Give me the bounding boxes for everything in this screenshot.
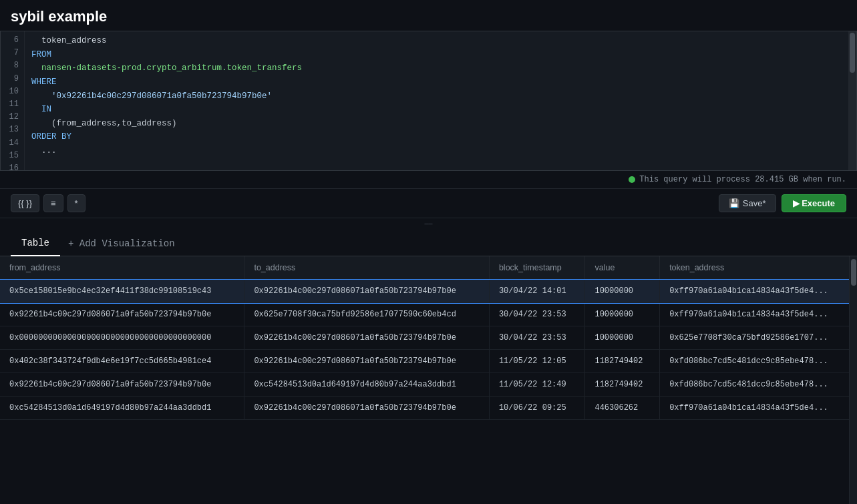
cell-to_address: 0xc54284513d0a1d649197d4d80b97a244aa3ddb… bbox=[244, 373, 489, 397]
code-line: FROM bbox=[31, 48, 850, 62]
table-vertical-scrollbar[interactable] bbox=[849, 256, 857, 504]
cell-value: 10000000 bbox=[585, 280, 660, 303]
line-number: 10 bbox=[6, 85, 19, 98]
code-line: '0x92261b4c00c297d086071a0fa50b723794b97… bbox=[31, 89, 850, 103]
table-row[interactable]: 0xc54284513d0a1d649197d4d80b97a244aa3ddb… bbox=[0, 397, 857, 420]
table-row[interactable]: 0x92261b4c00c297d086071a0fa50b723794b97b… bbox=[0, 373, 857, 397]
line-numbers: 67891011121314151617 bbox=[1, 31, 25, 170]
save-label: Save* bbox=[743, 198, 766, 208]
execute-button[interactable]: ▶ Execute bbox=[782, 194, 846, 212]
line-number: 12 bbox=[6, 111, 19, 123]
execute-label: ▶ Execute bbox=[793, 198, 835, 208]
code-line: IN bbox=[31, 103, 850, 117]
cell-to_address: 0x92261b4c00c297d086071a0fa50b723794b97b… bbox=[244, 326, 489, 350]
cell-from_address: 0x00000000000000000000000000000000000000… bbox=[0, 326, 244, 350]
tab-add-visualization[interactable]: + Add Visualization bbox=[60, 232, 183, 256]
col-value: value bbox=[585, 256, 660, 280]
cell-from_address: 0x92261b4c00c297d086071a0fa50b723794b97b… bbox=[0, 373, 244, 397]
code-editor[interactable]: 67891011121314151617 token_addressFROM n… bbox=[0, 31, 857, 171]
table-row[interactable]: 0x00000000000000000000000000000000000000… bbox=[0, 326, 857, 350]
code-line: (from_address,to_address) bbox=[31, 117, 850, 131]
query-info-bar: This query will process 28.415 GB when r… bbox=[0, 171, 857, 189]
query-info-text: This query will process 28.415 GB when r… bbox=[629, 175, 846, 184]
line-number: 9 bbox=[6, 73, 19, 85]
col-from-address: from_address bbox=[0, 256, 244, 280]
toolbar: {{ }} ≡ * 💾 Save* ▶ Execute bbox=[0, 189, 857, 218]
cell-value: 446306262 bbox=[585, 397, 660, 420]
cell-from_address: 0x402c38f343724f0db4e6e19f7cc5d665b4981c… bbox=[0, 350, 244, 373]
code-content[interactable]: token_addressFROM nansen-datasets-prod.c… bbox=[25, 31, 856, 170]
drag-handle-icon: ── bbox=[424, 221, 432, 228]
status-dot bbox=[629, 176, 635, 183]
line-number: 14 bbox=[6, 137, 19, 150]
cell-token_address: 0xff970a61a04b1ca14834a43f5de4... bbox=[660, 397, 857, 420]
results-table: from_address to_address block_timestamp … bbox=[0, 256, 857, 420]
wildcard-button[interactable]: * bbox=[67, 194, 85, 212]
cell-to_address: 0x92261b4c00c297d086071a0fa50b723794b97b… bbox=[244, 350, 489, 373]
cell-block_timestamp: 11/05/22 12:05 bbox=[489, 350, 585, 373]
table-row[interactable]: 0x402c38f343724f0db4e6e19f7cc5d665b4981c… bbox=[0, 350, 857, 373]
scrollbar-thumb bbox=[850, 33, 855, 73]
line-number: 15 bbox=[6, 150, 19, 162]
line-number: 11 bbox=[6, 98, 19, 111]
cell-from_address: 0xc54284513d0a1d649197d4d80b97a244aa3ddb… bbox=[0, 397, 244, 420]
format-json-button[interactable]: {{ }} bbox=[11, 194, 39, 212]
cell-value: 1182749402 bbox=[585, 373, 660, 397]
cell-token_address: 0xfd086bc7cd5c481dcc9c85ebe478... bbox=[660, 373, 857, 397]
code-line: token_address bbox=[31, 34, 850, 48]
add-viz-label: + Add Visualization bbox=[68, 238, 175, 249]
tabs-bar: Table + Add Visualization bbox=[0, 231, 857, 256]
cell-to_address: 0x92261b4c00c297d086071a0fa50b723794b97b… bbox=[244, 397, 489, 420]
cell-block_timestamp: 10/06/22 09:25 bbox=[489, 397, 585, 420]
drag-handle[interactable]: ── bbox=[0, 218, 857, 231]
code-line: ... bbox=[31, 144, 850, 158]
cell-from_address: 0x5ce158015e9bc4ec32ef4411f38dc99108519c… bbox=[0, 280, 244, 303]
line-number: 8 bbox=[6, 59, 19, 72]
cell-block_timestamp: 30/04/22 23:53 bbox=[489, 326, 585, 350]
cell-token_address: 0xff970a61a04b1ca14834a43f5de4... bbox=[660, 303, 857, 326]
cell-block_timestamp: 30/04/22 14:01 bbox=[489, 280, 585, 303]
cell-value: 10000000 bbox=[585, 326, 660, 350]
col-to-address: to_address bbox=[244, 256, 489, 280]
toolbar-right: 💾 Save* ▶ Execute bbox=[719, 194, 846, 212]
table-wrapper[interactable]: from_address to_address block_timestamp … bbox=[0, 256, 857, 504]
code-line: ORDER BY bbox=[31, 130, 850, 144]
tab-table[interactable]: Table bbox=[11, 231, 60, 256]
table-scrollbar-thumb bbox=[851, 259, 856, 286]
vertical-scrollbar[interactable] bbox=[848, 31, 856, 170]
table-row[interactable]: 0x5ce158015e9bc4ec32ef4411f38dc99108519c… bbox=[0, 280, 857, 303]
cell-block_timestamp: 11/05/22 12:49 bbox=[489, 373, 585, 397]
col-block-timestamp: block_timestamp bbox=[489, 256, 585, 280]
cell-token_address: 0xfd086bc7cd5c481dcc9c85ebe478... bbox=[660, 350, 857, 373]
cell-to_address: 0x625e7708f30ca75bfd92586e17077590c60eb4… bbox=[244, 303, 489, 326]
line-number: 7 bbox=[6, 47, 19, 59]
save-icon: 💾 bbox=[729, 198, 739, 208]
save-button[interactable]: 💾 Save* bbox=[719, 194, 776, 212]
format-table-button[interactable]: ≡ bbox=[43, 194, 63, 212]
cell-from_address: 0x92261b4c00c297d086071a0fa50b723794b97b… bbox=[0, 303, 244, 326]
table-container: from_address to_address block_timestamp … bbox=[0, 256, 857, 504]
page-title: sybil example bbox=[0, 0, 857, 31]
cell-token_address: 0xff970a61a04b1ca14834a43f5de4... bbox=[660, 280, 857, 303]
line-number: 13 bbox=[6, 123, 19, 136]
cell-value: 10000000 bbox=[585, 303, 660, 326]
toolbar-left: {{ }} ≡ * bbox=[11, 194, 85, 212]
table-row[interactable]: 0x92261b4c00c297d086071a0fa50b723794b97b… bbox=[0, 303, 857, 326]
line-number: 16 bbox=[6, 162, 19, 170]
query-info-label: This query will process 28.415 GB when r… bbox=[639, 175, 846, 184]
cell-token_address: 0x625e7708f30ca75bfd92586e1707... bbox=[660, 326, 857, 350]
line-number: 6 bbox=[6, 34, 19, 47]
cell-block_timestamp: 30/04/22 23:53 bbox=[489, 303, 585, 326]
cell-value: 1182749402 bbox=[585, 350, 660, 373]
col-token-address: token_address bbox=[660, 256, 857, 280]
table-header-row: from_address to_address block_timestamp … bbox=[0, 256, 857, 280]
code-line: WHERE bbox=[31, 75, 850, 89]
code-line: nansen-datasets-prod.crypto_arbitrum.tok… bbox=[31, 61, 850, 75]
results-area: Table + Add Visualization from_address t… bbox=[0, 231, 857, 504]
cell-to_address: 0x92261b4c00c297d086071a0fa50b723794b97b… bbox=[244, 280, 489, 303]
